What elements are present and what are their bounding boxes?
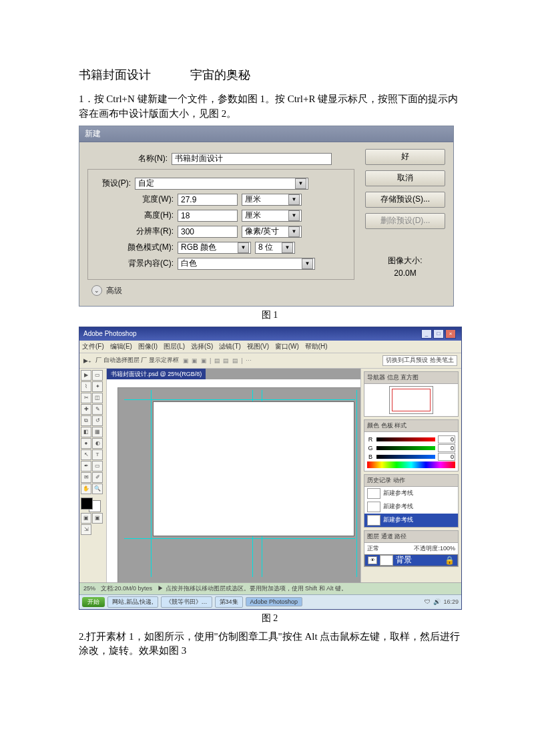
width-field[interactable] bbox=[178, 194, 238, 206]
resolution-label: 分辨率(R): bbox=[93, 226, 178, 237]
crop-tool-icon[interactable]: ✂ bbox=[81, 393, 91, 403]
title-left: 书籍封面设计 bbox=[79, 68, 151, 81]
tray-icon[interactable]: 🔊 bbox=[433, 598, 441, 605]
taskbar-item[interactable]: Adobe Photoshop bbox=[246, 597, 303, 606]
chevron-down-icon: ▼ bbox=[302, 258, 313, 269]
bg-content-select[interactable]: 白色▼ bbox=[178, 258, 315, 270]
options-bar: ▶₊ 厂 自动选择图层 厂 显示定界框 ▣ ▣ ▣ | ▤ ▤ ▤ | ⋯ 切换… bbox=[79, 353, 461, 369]
heal-tool-icon[interactable]: ✚ bbox=[81, 404, 91, 415]
menu-item[interactable]: 选择(S) bbox=[191, 343, 213, 350]
layers-panel: 图层 通道 路径 正常 不透明度:100% 👁 背景 🔒 bbox=[364, 530, 459, 567]
type-tool-icon[interactable]: T bbox=[92, 449, 103, 460]
slice-tool-icon[interactable]: ◫ bbox=[92, 393, 103, 403]
notes-tool-icon[interactable]: ✉ bbox=[81, 472, 91, 483]
shape-tool-icon[interactable]: ▭ bbox=[92, 461, 103, 471]
start-button[interactable]: 开始 bbox=[82, 597, 105, 607]
minimize-icon[interactable]: _ bbox=[421, 329, 432, 339]
menu-item[interactable]: 图层(L) bbox=[164, 343, 185, 350]
menu-item[interactable]: 编辑(E) bbox=[110, 343, 132, 350]
maximize-icon[interactable]: □ bbox=[433, 329, 444, 339]
name-label: 名称(N): bbox=[87, 153, 172, 164]
name-field[interactable] bbox=[172, 153, 332, 165]
eyedrop-tool-icon[interactable]: ✐ bbox=[92, 472, 103, 483]
screenmode-icon[interactable]: ▣ bbox=[81, 513, 91, 524]
close-icon[interactable]: × bbox=[445, 329, 456, 339]
move-tool-icon[interactable]: ▶ bbox=[81, 370, 91, 381]
navigator-thumb[interactable] bbox=[389, 386, 433, 414]
lasso-tool-icon[interactable]: ⌇ bbox=[81, 381, 91, 392]
brush-tool-icon[interactable]: ✎ bbox=[92, 404, 103, 415]
height-field[interactable] bbox=[178, 210, 238, 222]
width-unit-select[interactable]: 厘米▼ bbox=[242, 194, 302, 206]
taskbar-item[interactable]: 第34集 bbox=[215, 596, 243, 608]
ruler-vertical[interactable] bbox=[107, 379, 118, 582]
zoom-tool-icon[interactable]: 🔍 bbox=[92, 484, 103, 494]
ruler-horizontal[interactable] bbox=[117, 379, 360, 388]
menu-item[interactable]: 文件(F) bbox=[82, 343, 104, 350]
resolution-unit-select[interactable]: 像素/英寸▼ bbox=[242, 226, 302, 238]
stamp-tool-icon[interactable]: ⧉ bbox=[81, 415, 91, 426]
history-item[interactable]: 新建参考线 bbox=[364, 514, 458, 527]
navigator-panel: 导航器 信息 直方图 bbox=[364, 371, 459, 417]
guide-line[interactable] bbox=[124, 399, 355, 400]
color-mode-select[interactable]: RGB 颜色▼ bbox=[178, 242, 251, 254]
advanced-toggle[interactable]: ⌄ 高级 bbox=[91, 285, 354, 297]
eye-icon[interactable]: 👁 bbox=[368, 556, 377, 564]
history-item[interactable]: 新建参考线 bbox=[364, 500, 458, 514]
resolution-field[interactable] bbox=[178, 226, 238, 238]
guide-line[interactable] bbox=[356, 390, 357, 577]
dodge-tool-icon[interactable]: ◐ bbox=[92, 438, 103, 449]
hint-text: ▶ 点按并拖移以移动图层或选区。要用附加选项，使用 Shift 和 Alt 键。 bbox=[158, 584, 347, 593]
wand-tool-icon[interactable]: ✦ bbox=[92, 381, 103, 392]
delete-preset-button[interactable]: 删除预设(D)... bbox=[365, 213, 445, 229]
screenmode-icon[interactable]: ▣ bbox=[92, 513, 103, 524]
history-brush-icon[interactable]: ↺ bbox=[92, 415, 103, 426]
blur-tool-icon[interactable]: ● bbox=[81, 438, 91, 449]
eraser-tool-icon[interactable]: ◧ bbox=[81, 427, 91, 437]
layers-options[interactable]: 正常 不透明度:100% bbox=[364, 543, 458, 554]
bit-depth-select[interactable]: 8 位▼ bbox=[255, 242, 295, 254]
menu-item[interactable]: 滤镜(T) bbox=[219, 343, 241, 350]
gradient-tool-icon[interactable]: ▦ bbox=[92, 427, 103, 437]
doc-title: 书籍封面设计 宇宙的奥秘 bbox=[79, 67, 461, 83]
system-tray[interactable]: 🛡 🔊 16:29 bbox=[425, 598, 459, 605]
chevron-down-icon: ▼ bbox=[295, 178, 306, 189]
jump-icon[interactable]: ⇲ bbox=[81, 524, 91, 535]
g-slider[interactable] bbox=[376, 446, 435, 450]
tray-icon[interactable]: 🛡 bbox=[425, 598, 431, 605]
chevron-down-icon: ▼ bbox=[288, 210, 300, 221]
menu-item[interactable]: 图像(I) bbox=[138, 343, 158, 350]
image-size-info: 图像大小: 20.0M bbox=[365, 254, 445, 280]
color-panel: 颜色 色板 样式 R0 G0 B0 bbox=[364, 419, 459, 471]
b-slider[interactable] bbox=[376, 455, 435, 459]
marquee-tool-icon[interactable]: ▭ bbox=[92, 370, 103, 381]
workspace-button[interactable]: 切换到工具预设 拾美笔土 bbox=[382, 355, 457, 366]
guide-line[interactable] bbox=[124, 538, 355, 539]
r-slider[interactable] bbox=[376, 437, 435, 441]
preset-select[interactable]: 自定 ▼ bbox=[135, 178, 308, 190]
panels-column: 导航器 信息 直方图 颜色 色板 样式 R0 G0 B0 历史记录 动作 bbox=[360, 369, 461, 582]
canvas[interactable] bbox=[154, 402, 354, 536]
clock: 16:29 bbox=[443, 598, 459, 605]
menu-bar[interactable]: 文件(F) 编辑(E) 图像(I) 图层(L) 选择(S) 滤镜(T) 视图(V… bbox=[79, 341, 461, 353]
hand-tool-icon[interactable]: ✋ bbox=[81, 484, 91, 494]
save-preset-button[interactable]: 存储预设(S)... bbox=[365, 192, 445, 208]
figure-2-caption: 图 2 bbox=[79, 612, 461, 624]
menu-item[interactable]: 帮助(H) bbox=[305, 343, 328, 350]
paragraph-2: 2.打开素材 1，如图所示，使用"仿制图章工具"按住 Alt 点击鼠标左键，取样… bbox=[79, 630, 461, 659]
pen-tool-icon[interactable]: ✒ bbox=[81, 461, 91, 471]
color-swatch[interactable] bbox=[81, 498, 101, 512]
history-item[interactable]: 新建参考线 bbox=[364, 487, 458, 500]
menu-item[interactable]: 视图(V) bbox=[247, 343, 269, 350]
taskbar-item[interactable]: 《競等书田》… bbox=[161, 596, 212, 608]
layer-item[interactable]: 👁 背景 🔒 bbox=[364, 554, 458, 566]
height-unit-select[interactable]: 厘米▼ bbox=[242, 210, 302, 222]
spectrum-bar[interactable] bbox=[367, 461, 455, 468]
ok-button[interactable]: 好 bbox=[365, 149, 445, 165]
cancel-button[interactable]: 取消 bbox=[365, 170, 445, 186]
zoom-level[interactable]: 25% bbox=[83, 585, 95, 592]
taskbar-item[interactable]: 网站,新品,快递, bbox=[107, 596, 158, 608]
guide-line[interactable] bbox=[151, 390, 152, 577]
menu-item[interactable]: 窗口(W) bbox=[275, 343, 299, 350]
path-tool-icon[interactable]: ↖ bbox=[81, 449, 91, 460]
